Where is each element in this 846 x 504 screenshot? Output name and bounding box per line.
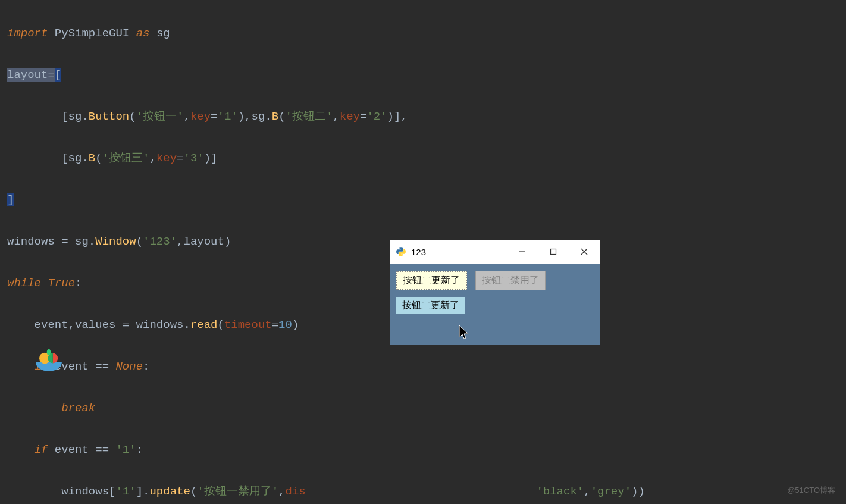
button-2-disabled: 按钮二禁用了 [475, 271, 546, 290]
kw-import: import [7, 27, 48, 40]
svg-rect-1 [551, 249, 556, 255]
window-title: 123 [411, 242, 426, 262]
window-body: 按钮二更新了 按钮二禁用了 按钮二更新了 [390, 264, 600, 322]
python-icon [396, 246, 406, 257]
gui-window[interactable]: 123 按钮二更新了 按钮二禁用了 按钮二更新了 [390, 240, 600, 345]
watermark: @51CTO博客 [787, 480, 835, 500]
minimize-button[interactable] [507, 240, 538, 264]
button-3[interactable]: 按钮二更新了 [396, 296, 466, 315]
maximize-button[interactable] [538, 240, 569, 264]
close-button[interactable] [569, 240, 600, 264]
button-1[interactable]: 按钮二更新了 [396, 271, 467, 290]
titlebar[interactable]: 123 [390, 240, 600, 264]
